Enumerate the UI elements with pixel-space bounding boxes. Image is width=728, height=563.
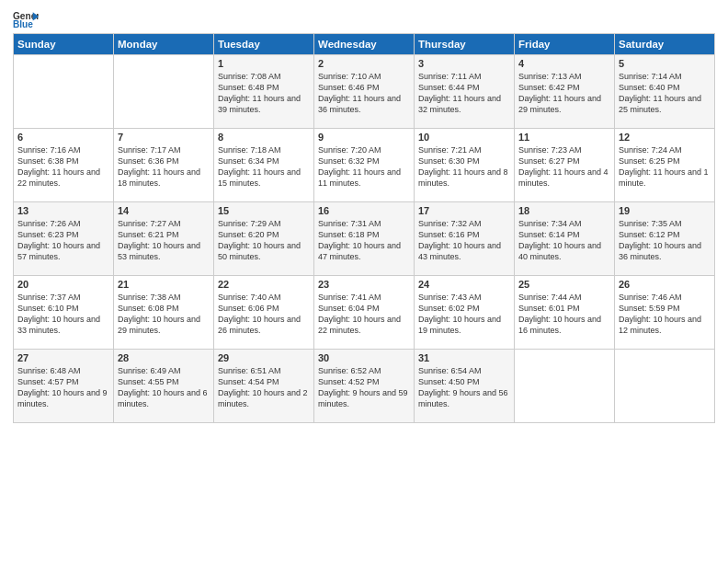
calendar-table: SundayMondayTuesdayWednesdayThursdayFrid…	[13, 33, 715, 423]
main-container: General Blue SundayMondayTuesdayWednesda…	[0, 0, 728, 432]
calendar-cell: 27Sunrise: 6:48 AM Sunset: 4:57 PM Dayli…	[14, 350, 114, 423]
calendar-week: 27Sunrise: 6:48 AM Sunset: 4:57 PM Dayli…	[14, 350, 715, 423]
cell-info: Sunrise: 7:11 AM Sunset: 6:44 PM Dayligh…	[418, 71, 510, 116]
cell-info: Sunrise: 7:16 AM Sunset: 6:38 PM Dayligh…	[17, 144, 109, 190]
cell-info: Sunrise: 6:54 AM Sunset: 4:50 PM Dayligh…	[418, 365, 510, 410]
cell-info: Sunrise: 7:38 AM Sunset: 6:08 PM Dayligh…	[118, 292, 210, 337]
calendar-cell: 17Sunrise: 7:32 AM Sunset: 6:16 PM Dayli…	[415, 202, 515, 276]
calendar-cell: 15Sunrise: 7:29 AM Sunset: 6:20 PM Dayli…	[214, 202, 314, 276]
cell-info: Sunrise: 7:10 AM Sunset: 6:46 PM Dayligh…	[318, 71, 410, 116]
day-number: 18	[518, 205, 610, 216]
logo-icon: General Blue	[13, 9, 39, 29]
cell-info: Sunrise: 7:13 AM Sunset: 6:42 PM Dayligh…	[518, 71, 610, 116]
calendar-cell	[615, 350, 715, 423]
day-number: 26	[619, 279, 711, 290]
day-number: 12	[619, 132, 711, 143]
day-number: 10	[418, 132, 510, 143]
cell-info: Sunrise: 7:32 AM Sunset: 6:16 PM Dayligh…	[418, 218, 510, 263]
calendar-cell: 22Sunrise: 7:40 AM Sunset: 6:06 PM Dayli…	[214, 276, 314, 350]
calendar-cell: 10Sunrise: 7:21 AM Sunset: 6:30 PM Dayli…	[415, 129, 515, 202]
calendar-cell	[14, 55, 114, 129]
calendar-cell: 13Sunrise: 7:26 AM Sunset: 6:23 PM Dayli…	[14, 202, 114, 276]
calendar-week: 13Sunrise: 7:26 AM Sunset: 6:23 PM Dayli…	[14, 202, 715, 276]
calendar-week: 6Sunrise: 7:16 AM Sunset: 6:38 PM Daylig…	[14, 129, 715, 202]
logo: General Blue	[13, 9, 39, 29]
cell-info: Sunrise: 7:46 AM Sunset: 5:59 PM Dayligh…	[619, 292, 711, 337]
day-number: 25	[518, 279, 610, 290]
calendar-cell: 29Sunrise: 6:51 AM Sunset: 4:54 PM Dayli…	[214, 350, 314, 423]
day-number: 3	[418, 58, 510, 69]
cell-info: Sunrise: 7:17 AM Sunset: 6:36 PM Dayligh…	[118, 144, 210, 190]
calendar-cell: 28Sunrise: 6:49 AM Sunset: 4:55 PM Dayli…	[114, 350, 214, 423]
day-number: 24	[418, 279, 510, 290]
calendar-cell: 26Sunrise: 7:46 AM Sunset: 5:59 PM Dayli…	[615, 276, 715, 350]
day-number: 14	[118, 205, 210, 216]
calendar-week: 1Sunrise: 7:08 AM Sunset: 6:48 PM Daylig…	[14, 55, 715, 129]
cell-info: Sunrise: 7:31 AM Sunset: 6:18 PM Dayligh…	[318, 218, 410, 263]
calendar-cell: 16Sunrise: 7:31 AM Sunset: 6:18 PM Dayli…	[314, 202, 415, 276]
weekday-header: Saturday	[615, 34, 715, 55]
calendar-cell: 8Sunrise: 7:18 AM Sunset: 6:34 PM Daylig…	[214, 129, 314, 202]
cell-info: Sunrise: 7:35 AM Sunset: 6:12 PM Dayligh…	[619, 218, 711, 263]
calendar-cell	[114, 55, 214, 129]
calendar-cell: 2Sunrise: 7:10 AM Sunset: 6:46 PM Daylig…	[314, 55, 415, 129]
cell-info: Sunrise: 7:24 AM Sunset: 6:25 PM Dayligh…	[619, 144, 711, 190]
day-number: 28	[118, 352, 210, 363]
day-number: 20	[17, 279, 109, 290]
calendar-cell: 23Sunrise: 7:41 AM Sunset: 6:04 PM Dayli…	[314, 276, 415, 350]
day-number: 31	[418, 352, 510, 363]
calendar-cell: 31Sunrise: 6:54 AM Sunset: 4:50 PM Dayli…	[415, 350, 515, 423]
day-number: 5	[619, 58, 711, 69]
day-number: 6	[17, 132, 109, 143]
cell-info: Sunrise: 7:44 AM Sunset: 6:01 PM Dayligh…	[518, 292, 610, 337]
calendar-cell: 7Sunrise: 7:17 AM Sunset: 6:36 PM Daylig…	[114, 129, 214, 202]
weekday-header: Sunday	[14, 34, 114, 55]
day-number: 13	[17, 205, 109, 216]
weekday-header: Wednesday	[314, 34, 415, 55]
cell-info: Sunrise: 7:08 AM Sunset: 6:48 PM Dayligh…	[218, 71, 310, 116]
day-number: 16	[318, 205, 410, 216]
calendar-cell: 18Sunrise: 7:34 AM Sunset: 6:14 PM Dayli…	[515, 202, 615, 276]
weekday-header: Friday	[515, 34, 615, 55]
cell-info: Sunrise: 6:48 AM Sunset: 4:57 PM Dayligh…	[17, 365, 109, 410]
cell-info: Sunrise: 7:14 AM Sunset: 6:40 PM Dayligh…	[619, 71, 711, 116]
cell-info: Sunrise: 7:21 AM Sunset: 6:30 PM Dayligh…	[418, 144, 510, 190]
calendar-cell: 24Sunrise: 7:43 AM Sunset: 6:02 PM Dayli…	[415, 276, 515, 350]
cell-info: Sunrise: 6:49 AM Sunset: 4:55 PM Dayligh…	[118, 365, 210, 410]
day-number: 9	[318, 132, 410, 143]
calendar-cell: 12Sunrise: 7:24 AM Sunset: 6:25 PM Dayli…	[615, 129, 715, 202]
day-number: 4	[518, 58, 610, 69]
day-number: 30	[318, 352, 410, 363]
calendar-cell: 14Sunrise: 7:27 AM Sunset: 6:21 PM Dayli…	[114, 202, 214, 276]
day-number: 29	[218, 352, 310, 363]
weekday-header: Monday	[114, 34, 214, 55]
header-row: SundayMondayTuesdayWednesdayThursdayFrid…	[14, 34, 715, 55]
calendar-cell: 3Sunrise: 7:11 AM Sunset: 6:44 PM Daylig…	[415, 55, 515, 129]
calendar-cell: 1Sunrise: 7:08 AM Sunset: 6:48 PM Daylig…	[214, 55, 314, 129]
calendar-cell: 21Sunrise: 7:38 AM Sunset: 6:08 PM Dayli…	[114, 276, 214, 350]
calendar-cell: 19Sunrise: 7:35 AM Sunset: 6:12 PM Dayli…	[615, 202, 715, 276]
day-number: 19	[619, 205, 711, 216]
calendar-cell: 6Sunrise: 7:16 AM Sunset: 6:38 PM Daylig…	[14, 129, 114, 202]
calendar-week: 20Sunrise: 7:37 AM Sunset: 6:10 PM Dayli…	[14, 276, 715, 350]
calendar-cell: 4Sunrise: 7:13 AM Sunset: 6:42 PM Daylig…	[515, 55, 615, 129]
cell-info: Sunrise: 7:40 AM Sunset: 6:06 PM Dayligh…	[218, 292, 310, 337]
day-number: 15	[218, 205, 310, 216]
cell-info: Sunrise: 6:51 AM Sunset: 4:54 PM Dayligh…	[218, 365, 310, 410]
svg-text:Blue: Blue	[13, 19, 33, 29]
cell-info: Sunrise: 7:43 AM Sunset: 6:02 PM Dayligh…	[418, 292, 510, 337]
cell-info: Sunrise: 7:27 AM Sunset: 6:21 PM Dayligh…	[118, 218, 210, 263]
header: General Blue	[13, 9, 715, 29]
cell-info: Sunrise: 7:23 AM Sunset: 6:27 PM Dayligh…	[518, 144, 610, 190]
day-number: 2	[318, 58, 410, 69]
cell-info: Sunrise: 7:29 AM Sunset: 6:20 PM Dayligh…	[218, 218, 310, 263]
day-number: 11	[518, 132, 610, 143]
calendar-cell: 20Sunrise: 7:37 AM Sunset: 6:10 PM Dayli…	[14, 276, 114, 350]
day-number: 21	[118, 279, 210, 290]
cell-info: Sunrise: 7:20 AM Sunset: 6:32 PM Dayligh…	[318, 144, 410, 190]
calendar-cell	[515, 350, 615, 423]
calendar-cell: 11Sunrise: 7:23 AM Sunset: 6:27 PM Dayli…	[515, 129, 615, 202]
calendar-cell: 5Sunrise: 7:14 AM Sunset: 6:40 PM Daylig…	[615, 55, 715, 129]
calendar-cell: 25Sunrise: 7:44 AM Sunset: 6:01 PM Dayli…	[515, 276, 615, 350]
weekday-header: Thursday	[415, 34, 515, 55]
